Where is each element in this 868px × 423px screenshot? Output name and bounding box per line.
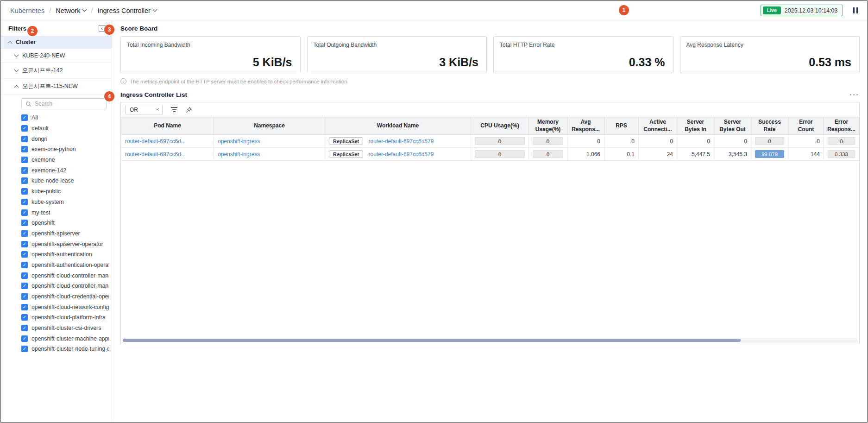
column-header[interactable]: CPU Usage(%) xyxy=(471,117,529,135)
namespace-item[interactable]: ✓openshift-apiserver-operator xyxy=(21,239,109,249)
column-header[interactable]: Workload Name xyxy=(325,117,471,135)
namespace-item[interactable]: ✓openshift-cloud-credential-operat... xyxy=(21,291,109,302)
checkbox-checked-icon[interactable]: ✓ xyxy=(21,157,28,163)
namespace-item[interactable]: ✓openshift-cloud-platform-infra xyxy=(21,312,109,323)
checkbox-checked-icon[interactable]: ✓ xyxy=(21,304,28,310)
checkbox-checked-icon[interactable]: ✓ xyxy=(21,167,28,174)
cluster-section-header[interactable]: Cluster xyxy=(1,36,112,49)
checkbox-checked-icon[interactable]: ✓ xyxy=(21,114,28,121)
checkbox-checked-icon[interactable]: ✓ xyxy=(21,188,28,195)
breadcrumb-kubernetes[interactable]: Kubernetes xyxy=(10,7,44,14)
metrics-info-note: i The metrics endpoint of the HTTP serve… xyxy=(120,78,860,84)
filter-operator-select[interactable]: OR xyxy=(126,105,163,114)
column-header[interactable]: Memory Usage(%) xyxy=(529,117,567,135)
search-input[interactable]: Search xyxy=(21,98,107,109)
cluster-label: 오픈시프트-142 xyxy=(22,67,63,75)
namespace-item[interactable]: ✓default xyxy=(21,123,109,134)
namespace-item[interactable]: ✓openshift-apiserver xyxy=(21,228,109,239)
pin-icon[interactable] xyxy=(186,107,192,113)
server-bytes-in-cell: 5,447.5 xyxy=(677,148,714,161)
column-header[interactable]: Success Rate xyxy=(751,117,788,135)
column-header[interactable]: Avg Respons... xyxy=(567,117,604,135)
column-header[interactable]: Server Bytes Out xyxy=(714,117,751,135)
metric-label: Total Incoming Bandwidth xyxy=(127,42,190,48)
top-bar: Kubernetes / Network / Ingress Controlle… xyxy=(1,1,867,20)
checkbox-checked-icon[interactable]: ✓ xyxy=(21,346,28,352)
namespace-label: openshift-authentication-operator xyxy=(31,262,109,268)
checkbox-checked-icon[interactable]: ✓ xyxy=(21,241,28,247)
checkbox-checked-icon[interactable]: ✓ xyxy=(21,335,28,342)
breadcrumb-network-dropdown[interactable]: Network xyxy=(56,7,86,14)
chevron-down-icon xyxy=(14,52,19,57)
ingress-controller-table: Pod NameNamespaceWorkload NameCPU Usage(… xyxy=(121,117,859,161)
column-header[interactable]: Error Count xyxy=(788,117,824,135)
namespace-item[interactable]: ✓openshift-cloud-controller-mana... xyxy=(21,270,109,281)
namespace-item[interactable]: ✓openshift-cluster-machine-appro... xyxy=(21,333,109,344)
checkbox-checked-icon[interactable]: ✓ xyxy=(21,272,28,279)
metric-value: 0.33 % xyxy=(629,56,665,69)
namespace-list: ✓All✓default✓dongri✓exem-one-python✓exem… xyxy=(21,113,109,354)
namespace-item[interactable]: ✓kube-node-lease xyxy=(21,176,109,186)
cluster-item-openshift-115-new[interactable]: 오픈시프트-115-NEW xyxy=(1,79,112,95)
namespace-link[interactable]: openshift-ingress xyxy=(218,138,260,145)
checkbox-checked-icon[interactable]: ✓ xyxy=(21,136,28,142)
column-header[interactable]: RPS xyxy=(604,117,639,135)
pod-name-link[interactable]: router-default-697cc6d... xyxy=(125,138,186,145)
success-rate-bar: 0 xyxy=(755,137,784,145)
column-header[interactable]: Active Connecti... xyxy=(639,117,677,135)
column-header[interactable]: Server Bytes In xyxy=(677,117,714,135)
chevron-up-icon xyxy=(8,41,13,45)
pause-button[interactable] xyxy=(850,6,861,15)
namespace-item[interactable]: ✓openshift-cluster-node-tuning-op... xyxy=(21,344,109,354)
metric-card-incoming-bandwidth: Total Incoming Bandwidth 5 KiB/s xyxy=(120,36,301,73)
time-range-display[interactable]: Live 2025.12.03 10:14:03 xyxy=(761,5,843,16)
checkbox-checked-icon[interactable]: ✓ xyxy=(21,230,28,237)
more-menu-icon[interactable] xyxy=(848,92,860,98)
column-header[interactable]: Pod Name xyxy=(121,117,214,135)
namespace-item[interactable]: ✓openshift-authentication-operator xyxy=(21,260,109,271)
namespace-item[interactable]: ✓kube-system xyxy=(21,197,109,208)
namespace-item[interactable]: ✓openshift-cloud-network-config-c... xyxy=(21,302,109,312)
namespace-link[interactable]: openshift-ingress xyxy=(218,151,260,158)
column-header[interactable]: Error Respons... xyxy=(824,117,859,135)
checkbox-checked-icon[interactable]: ✓ xyxy=(21,220,28,226)
checkbox-checked-icon[interactable]: ✓ xyxy=(21,199,28,205)
namespace-item[interactable]: ✓openshift-cloud-controller-mana... xyxy=(21,281,109,291)
filter-operator-value: OR xyxy=(130,107,138,113)
checkbox-checked-icon[interactable]: ✓ xyxy=(21,314,28,321)
namespace-item[interactable]: ✓kube-public xyxy=(21,186,109,197)
metric-label: Total HTTP Error Rate xyxy=(500,42,554,48)
checkbox-checked-icon[interactable]: ✓ xyxy=(21,209,28,216)
chevron-down-icon xyxy=(152,7,157,12)
namespace-label: dongri xyxy=(31,136,47,142)
workload-name-link[interactable]: router-default-697cc6d579 xyxy=(369,151,434,158)
checkbox-checked-icon[interactable]: ✓ xyxy=(21,293,28,300)
checkbox-checked-icon[interactable]: ✓ xyxy=(21,283,28,289)
scrollbar-thumb[interactable] xyxy=(123,339,741,342)
checkbox-checked-icon[interactable]: ✓ xyxy=(21,125,28,132)
namespace-item[interactable]: ✓openshift-authentication xyxy=(21,249,109,260)
column-header[interactable]: Namespace xyxy=(214,117,325,135)
cluster-item-kube-240-new[interactable]: KUBE-240-NEW xyxy=(1,49,112,63)
namespace-item[interactable]: ✓openshift xyxy=(21,218,109,228)
checkbox-checked-icon[interactable]: ✓ xyxy=(21,325,28,331)
namespace-item[interactable]: ✓exem-one-python xyxy=(21,144,109,155)
checkbox-checked-icon[interactable]: ✓ xyxy=(21,177,28,184)
namespace-item[interactable]: ✓All xyxy=(21,113,109,123)
checkbox-checked-icon[interactable]: ✓ xyxy=(21,146,28,152)
namespace-item[interactable]: ✓my-test xyxy=(21,207,109,218)
checkbox-checked-icon[interactable]: ✓ xyxy=(21,262,28,268)
namespace-item[interactable]: ✓exemone-142 xyxy=(21,165,109,176)
namespace-item[interactable]: ✓exemone xyxy=(21,155,109,165)
horizontal-scrollbar[interactable] xyxy=(122,338,858,342)
workload-name-link[interactable]: router-default-697cc6d579 xyxy=(369,138,434,145)
cluster-item-openshift-142[interactable]: 오픈시프트-142 xyxy=(1,63,112,79)
namespace-label: exemone-142 xyxy=(31,167,66,174)
namespace-item[interactable]: ✓openshift-cluster-csi-drivers xyxy=(21,323,109,334)
pod-name-link[interactable]: router-default-697cc6d... xyxy=(125,151,186,158)
namespace-item[interactable]: ✓dongri xyxy=(21,133,109,144)
metric-card-http-error-rate: Total HTTP Error Rate 0.33 % xyxy=(493,36,673,73)
checkbox-checked-icon[interactable]: ✓ xyxy=(21,251,28,258)
filter-icon[interactable] xyxy=(170,107,178,112)
breadcrumb-ingress-controller-dropdown[interactable]: Ingress Controller xyxy=(97,7,156,14)
